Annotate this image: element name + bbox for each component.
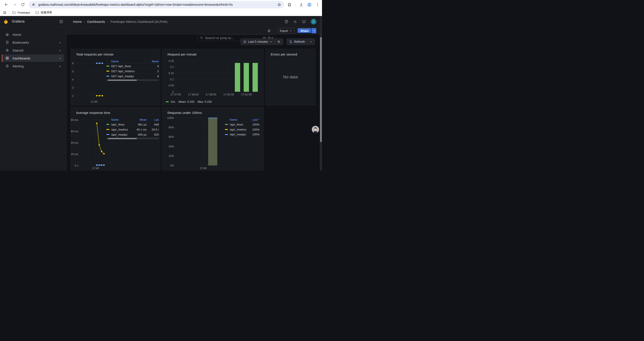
divider [9, 11, 9, 15]
breadcrumb-home[interactable]: Home [73, 20, 82, 24]
zoom-out-button[interactable] [275, 39, 283, 45]
chevron-down-icon[interactable] [59, 65, 62, 67]
dashboards-grid-icon [5, 56, 9, 60]
legend-series-name[interactable]: /api/_/livez [111, 123, 124, 126]
url-text[interactable]: grafana.mathmast.com/d/deytv4rwavabkb/fr… [38, 3, 274, 6]
legend-scrollbar[interactable] [106, 79, 159, 81]
legend-scrollbar[interactable] [106, 138, 159, 139]
legend-series-name[interactable]: /api/_/livez [230, 123, 243, 126]
legend-row[interactable]: /api/_/readyz100% [225, 132, 260, 137]
browser-profile-icon[interactable] [307, 3, 312, 7]
divider [274, 29, 274, 33]
time-range-picker[interactable]: Last 5 minutes [241, 39, 275, 45]
legend-header-col[interactable]: Mean [148, 60, 159, 63]
legend-header-col[interactable]: Last * [246, 118, 260, 121]
chart-area: No data [266, 49, 316, 105]
browser-chrome: grafana.mathmast.com/d/deytv4rwavabkb/fr… [0, 0, 322, 16]
panel-average-response-time: Average response time 80 ms60 ms40 ms20 … [70, 107, 160, 171]
legend-series-name[interactable]: /api/_/metrics [230, 128, 246, 131]
share-button[interactable]: Share [298, 28, 312, 33]
export-button[interactable]: Export [277, 28, 294, 33]
clock-icon [243, 40, 246, 44]
legend-series-name[interactable]: /api/_/readyz [111, 133, 127, 136]
legend-series-name[interactable]: GET /api/_/readyz [111, 75, 134, 78]
legend-series-label[interactable]: 2xx [171, 100, 175, 103]
bookmark-star-icon[interactable] [277, 3, 282, 7]
refresh-button[interactable]: Refresh [287, 39, 307, 45]
floating-assistant-avatar[interactable] [312, 126, 319, 133]
breadcrumb-separator: › [84, 20, 85, 24]
chevron-down-icon[interactable] [59, 57, 62, 60]
legend-row[interactable]: /api/_/livez100% [225, 122, 260, 127]
back-icon[interactable] [3, 2, 10, 8]
legend-series-name[interactable]: GET /api/_/livez [111, 65, 131, 68]
share-menu-button[interactable] [312, 28, 316, 33]
series-color-pill [106, 76, 110, 77]
bar [244, 63, 249, 92]
downloads-icon[interactable] [299, 3, 304, 7]
apps-grid-icon[interactable] [3, 11, 7, 15]
legend-table: NameMeanLas/api/_/livez661 µs646/api/_/m… [106, 117, 159, 139]
y-axis-tick-label: 4 [72, 78, 74, 81]
legend-series-name[interactable]: GET /api/_/metrics [111, 70, 134, 73]
sidebar-item-dashboards[interactable]: Dashboards [2, 55, 64, 62]
y-axis-tick-label: 40 ms [71, 141, 78, 144]
bar [252, 63, 258, 92]
grafana-logo-icon[interactable] [3, 19, 8, 24]
y-axis-tick-label: 0.15 [168, 72, 174, 75]
legend-series-name[interactable]: /api/_/readyz [230, 133, 246, 136]
forward-icon[interactable] [12, 2, 18, 8]
x-axis-tick-label: 17:40 [92, 167, 99, 170]
page-scrollbar-thumb[interactable] [320, 37, 322, 142]
sidebar-item-home[interactable]: Home [2, 31, 64, 38]
browser-menu-icon[interactable] [315, 3, 320, 7]
legend-row[interactable]: GET /api/_/readyz6 [106, 74, 159, 79]
bookmark-folder-freeleaps[interactable]: Freeleaps [12, 11, 30, 15]
bookmark-folder-blogs[interactable]: 收藏博客 [35, 11, 52, 15]
legend-row[interactable]: /api/_/metrics100% [225, 127, 260, 132]
chevron-down-icon [290, 30, 292, 32]
legend-value: 6 [148, 75, 159, 78]
legend-scrollbar-thumb[interactable] [108, 80, 137, 81]
legend-series-name[interactable]: /api/_/metrics [111, 128, 128, 131]
data-point [96, 95, 97, 96]
page-scrollbar[interactable] [320, 16, 322, 171]
favorite-star-icon[interactable] [267, 29, 271, 33]
chevron-down-icon [270, 41, 272, 43]
legend-header-name[interactable]: Name [106, 118, 131, 121]
user-avatar[interactable] [310, 19, 316, 25]
legend-row[interactable]: /api/_/livez661 µs646 [106, 122, 159, 127]
panel-request-per-minute: Request per minute 0.250.20.150.10.05017… [162, 49, 264, 105]
series-color-pill [106, 124, 110, 125]
legend-row[interactable]: GET /api/_/metrics2 [106, 69, 159, 74]
y-axis-tick-label: 2 [72, 94, 74, 97]
breadcrumb-dashboards[interactable]: Dashboards [87, 20, 105, 24]
sidebar-item-bookmarks[interactable]: Bookmarks [2, 39, 64, 46]
data-point [96, 63, 97, 64]
extensions-icon[interactable] [287, 3, 292, 7]
legend-row[interactable]: GET /api/_/livez6 [106, 63, 159, 69]
legend-row[interactable]: /api/_/readyz605 µs620 [106, 132, 159, 137]
screen-icon[interactable] [302, 20, 306, 24]
sidebar-item-alerting[interactable]: Alerting [2, 62, 64, 70]
site-info-icon[interactable] [31, 3, 36, 7]
news-rss-icon[interactable] [293, 20, 297, 24]
chevron-down-icon[interactable] [59, 49, 62, 52]
data-point [98, 164, 100, 166]
series-color-pill [106, 66, 110, 67]
reload-icon[interactable] [20, 2, 26, 8]
help-icon[interactable] [284, 20, 288, 24]
url-bar[interactable]: grafana.mathmast.com/d/deytv4rwavabkb/fr… [29, 1, 284, 8]
y-axis-tick-label: 40% [168, 145, 174, 148]
legend-header-col[interactable]: Mean [131, 118, 147, 121]
legend-header-name[interactable]: Name [106, 60, 148, 63]
chevron-down-icon[interactable] [59, 41, 62, 44]
collapse-sidebar-icon[interactable] [59, 20, 63, 24]
time-range-group: Last 5 minutes [240, 38, 283, 45]
legend-scrollbar-thumb[interactable] [108, 138, 137, 139]
legend-row[interactable]: /api/_/metrics40.1 ms20.5 r [106, 127, 159, 132]
legend-header-name[interactable]: Name [225, 118, 246, 121]
legend-header-col[interactable]: Las [147, 118, 159, 121]
refresh-interval-button[interactable] [307, 39, 315, 45]
sidebar-item-starred[interactable]: Starred [2, 47, 64, 54]
